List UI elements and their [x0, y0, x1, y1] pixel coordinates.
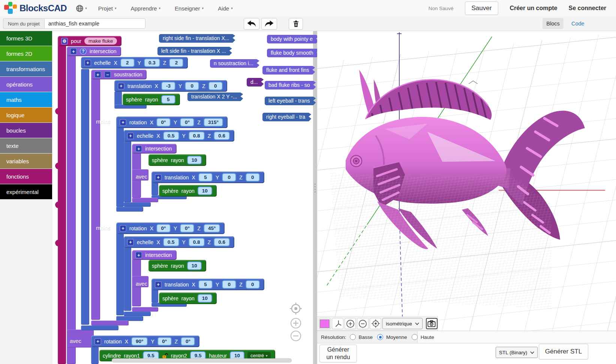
value-field[interactable]: 0: [246, 173, 260, 182]
sphere-block[interactable]: sphèrerayon10: [159, 185, 217, 197]
undo-button[interactable]: [244, 18, 259, 30]
blockly-workspace[interactable]: moinsavecmoinsavecavec⚙pourmake fluke+?i…: [52, 31, 317, 364]
value-field[interactable]: 5: [161, 95, 175, 104]
tab-code[interactable]: Code: [569, 18, 587, 29]
resolution-option-label[interactable]: Basse: [359, 334, 373, 340]
unlocked-padlock-icon[interactable]: [162, 353, 168, 359]
viewport-zoom-in-button[interactable]: [345, 318, 356, 329]
value-field[interactable]: 0.8: [189, 131, 205, 140]
value-field[interactable]: 5: [198, 280, 213, 289]
redo-button[interactable]: [261, 18, 277, 30]
resolution-option-label[interactable]: Haute: [421, 334, 434, 340]
expand-button[interactable]: +: [94, 338, 101, 345]
render-viewport[interactable]: isométrique Résolution: BasseMoyenneHaut…: [317, 31, 616, 364]
expand-button[interactable]: +: [94, 71, 101, 78]
value-field[interactable]: 0.6: [214, 238, 230, 246]
toolbox-category-logique[interactable]: logique: [0, 107, 52, 122]
create-account-link[interactable]: Créer un compte: [510, 5, 557, 12]
project-name-input[interactable]: [44, 18, 145, 29]
expand-button[interactable]: +: [135, 145, 142, 152]
collapsed-block[interactable]: left eyeball - trans: [265, 97, 316, 105]
menu-enseigner[interactable]: Enseigner▾: [175, 5, 204, 12]
scrollbar-grip[interactable]: [314, 183, 316, 192]
zoom-reset-control[interactable]: [289, 302, 302, 315]
generate-stl-button[interactable]: Générer STL: [539, 344, 588, 360]
toolbox-category-opérations[interactable]: opérations: [0, 77, 52, 92]
value-field[interactable]: 0: [185, 82, 199, 90]
expand-button[interactable]: +: [155, 174, 162, 181]
reset-view-button[interactable]: [370, 318, 381, 329]
translate-block[interactable]: +translationX-3Y0Z0: [114, 80, 227, 92]
collapsed-block[interactable]: fluke and front fins: [262, 66, 315, 75]
model-color-button[interactable]: [319, 318, 331, 329]
value-field[interactable]: 10: [198, 294, 212, 303]
value-field[interactable]: 0: [222, 280, 236, 289]
toolbox-category-maths[interactable]: maths: [0, 92, 52, 107]
sphere-block[interactable]: sphèrerayon10: [148, 260, 206, 272]
sphere-block[interactable]: sphèrerayon10: [148, 154, 206, 166]
function-name-field[interactable]: make fluke: [84, 37, 117, 45]
collapsed-block[interactable]: body with pointy e: [267, 35, 317, 43]
toolbox-category-formes-2d[interactable]: formes 2D: [0, 46, 52, 61]
collapsed-block[interactable]: left side fin - translation X ...: [157, 47, 232, 55]
stl-format-select[interactable]: STL (Binary): [496, 347, 538, 358]
collapsed-block[interactable]: fluke body smooth: [267, 49, 317, 57]
value-field[interactable]: 0: [208, 82, 223, 90]
value-field[interactable]: 0°: [180, 224, 194, 233]
resolution-radio-basse[interactable]: [350, 334, 356, 340]
expand-button[interactable]: +: [155, 281, 162, 288]
rotate-block[interactable]: +rotationX0°Y0°Z315°: [116, 116, 228, 128]
menu-aide[interactable]: Aide▾: [218, 5, 233, 12]
expand-button[interactable]: +: [70, 48, 77, 55]
value-field[interactable]: 10: [187, 261, 202, 270]
value-field[interactable]: 45°: [204, 224, 220, 233]
collapsed-block[interactable]: d...: [247, 78, 264, 87]
rotate-block[interactable]: +rotationX90°Y0°Z0°: [91, 336, 199, 347]
collapsed-block[interactable]: bad fluke ribs - so: [265, 81, 316, 90]
value-field[interactable]: 315°: [204, 118, 223, 127]
menu-projet[interactable]: Projet▾: [98, 5, 117, 12]
value-field[interactable]: 2: [120, 58, 135, 67]
sign-in-link[interactable]: Se connecter: [569, 5, 606, 12]
value-field[interactable]: 2: [169, 58, 183, 67]
workspace-vertical-scrollbar[interactable]: [313, 31, 317, 364]
toolbox-category-variables[interactable]: variables: [0, 154, 52, 169]
collapse-button[interactable]: −: [104, 71, 111, 78]
menu-apprendre[interactable]: Apprendre▾: [130, 5, 160, 12]
value-field[interactable]: 0.8: [189, 238, 205, 246]
save-button[interactable]: Sauver: [465, 1, 499, 15]
collapsed-block[interactable]: n soustraction i...: [210, 59, 259, 68]
intersection-block[interactable]: +?intersection: [67, 46, 121, 56]
expand-button[interactable]: +: [84, 60, 91, 66]
zoom-out-control[interactable]: [290, 330, 301, 342]
workspace-horizontal-scrollbar[interactable]: [112, 358, 292, 363]
toolbox-category-boucles[interactable]: boucles: [0, 123, 52, 138]
scale-block[interactable]: +echelleX2Y0.3Z2: [81, 57, 188, 69]
render-button[interactable]: Générer un rendu: [319, 345, 357, 363]
collapsed-block[interactable]: translation X 2 Y -...: [187, 92, 243, 101]
viewport-zoom-out-button[interactable]: [357, 318, 369, 329]
value-field[interactable]: 10: [198, 186, 212, 195]
resolution-option-label[interactable]: Moyenne: [386, 334, 407, 340]
zoom-in-control[interactable]: [290, 318, 301, 329]
toolbox-category-formes-3d[interactable]: formes 3D: [0, 31, 52, 46]
screenshot-button[interactable]: [426, 318, 438, 329]
expand-button[interactable]: +: [120, 119, 126, 126]
value-field[interactable]: 0: [246, 280, 260, 289]
resolution-radio-moyenne[interactable]: [377, 334, 383, 340]
expand-button[interactable]: +: [120, 225, 126, 232]
value-field[interactable]: 0°: [181, 337, 195, 346]
intersection-block[interactable]: +intersection: [132, 250, 177, 260]
value-field[interactable]: 0: [222, 173, 236, 182]
value-field[interactable]: 10: [187, 156, 202, 164]
value-field[interactable]: 0.5: [163, 238, 179, 246]
expand-button[interactable]: +: [127, 133, 134, 139]
expand-button[interactable]: +: [135, 252, 142, 258]
value-field[interactable]: 0°: [180, 118, 194, 127]
toolbox-category-texte[interactable]: texte: [0, 138, 52, 153]
toggle-axes-button[interactable]: [332, 318, 343, 329]
toolbox-category-transformations[interactable]: transformations: [0, 61, 52, 76]
expand-button[interactable]: +: [127, 239, 134, 246]
delete-button[interactable]: [289, 18, 303, 30]
collapsed-block[interactable]: right eyeball - tra: [262, 113, 311, 121]
